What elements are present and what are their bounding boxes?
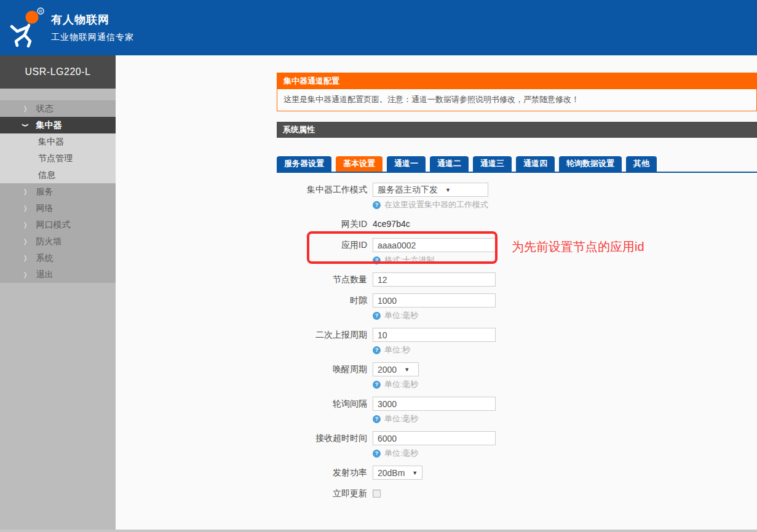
field-tx-power: 发射功率 20dBm ▼ — [277, 466, 757, 480]
field-second-report-period: 二次上报周期 单位:秒 — [277, 328, 757, 355]
chevron-right-icon: ❯ — [23, 188, 28, 195]
usr-logo-icon: R — [8, 7, 45, 48]
field-node-count: 节点数量 — [277, 272, 757, 287]
help-icon — [373, 312, 381, 320]
select-arrow-icon: ▼ — [445, 187, 451, 193]
time-slot-input[interactable] — [373, 293, 496, 308]
tab-other[interactable]: 其他 — [626, 156, 657, 172]
sidebar-item-exit[interactable]: ❯ 退出 — [0, 266, 116, 283]
top-header: R 有人物联网 工业物联网通信专家 — [0, 0, 757, 55]
red-annotation-text: 为先前设置节点的应用id — [512, 239, 644, 255]
tab-bar: 服务器设置 基本设置 通道一 通道二 通道三 通道四 轮询数据设置 其他 — [277, 156, 757, 173]
tab-polling-data-settings[interactable]: 轮询数据设置 — [559, 156, 622, 172]
main-content: 集中器通道配置 这里是集中器通道配置页面。注意：通道一数据请参照说明书修改，严禁… — [116, 55, 757, 530]
sidebar: USR-LG220-L ❯ 状态 ❯ 集中器 集中器 节点管理 信息 ❯ 服务 … — [0, 55, 116, 532]
chevron-right-icon: ❯ — [23, 255, 28, 261]
tab-channel-3[interactable]: 通道三 — [473, 156, 512, 172]
brand-slogan: 工业物联网通信专家 — [51, 32, 134, 43]
wakeup-period-select[interactable]: 2000 ▼ — [373, 362, 419, 376]
gateway-id-value: 4ce97b4c — [373, 217, 410, 231]
help-icon — [373, 450, 381, 458]
update-now-checkbox[interactable] — [373, 490, 381, 498]
sidebar-item-port-mode[interactable]: ❯ 网口模式 — [0, 216, 116, 233]
sidebar-menu: ❯ 状态 ❯ 集中器 集中器 节点管理 信息 ❯ 服务 ❯ 网络 ❯ 网口模式 … — [0, 100, 116, 283]
sidebar-item-network[interactable]: ❯ 网络 — [0, 200, 116, 216]
polling-interval-input[interactable] — [373, 397, 496, 411]
help-icon — [373, 381, 381, 389]
field-gateway-id: 网关ID 4ce97b4c — [277, 217, 757, 231]
receive-timeout-input[interactable] — [373, 431, 496, 445]
section-title: 系统属性 — [277, 122, 757, 138]
tab-channel-4[interactable]: 通道四 — [516, 156, 555, 172]
field-receive-timeout: 接收超时时间 单位:毫秒 — [277, 431, 757, 459]
sidebar-item-status[interactable]: ❯ 状态 — [0, 100, 116, 117]
notice-text: 这里是集中器通道配置页面。注意：通道一数据请参照说明书修改，严禁随意修改！ — [277, 89, 756, 111]
sidebar-item-system[interactable]: ❯ 系统 — [0, 250, 116, 266]
field-polling-interval: 轮询间隔 单位:毫秒 — [277, 397, 757, 424]
chevron-right-icon: ❯ — [23, 271, 28, 278]
page-bottom-strip — [0, 530, 757, 532]
field-app-id: 应用ID 格式:十六进制 为先前设置节点的应用id — [277, 238, 757, 266]
work-mode-select[interactable]: 服务器主动下发 ▼ — [373, 183, 488, 197]
sidebar-subitem-concentrator[interactable]: 集中器 — [0, 133, 116, 150]
field-time-slot: 时隙 单位:毫秒 — [277, 293, 757, 321]
chevron-right-icon: ❯ — [23, 238, 28, 245]
tab-basic-settings[interactable]: 基本设置 — [336, 156, 382, 172]
field-wakeup-period: 唤醒周期 2000 ▼ 单位:毫秒 — [277, 362, 757, 390]
sidebar-item-concentrator[interactable]: ❯ 集中器 — [0, 117, 116, 133]
select-arrow-icon: ▼ — [412, 470, 418, 476]
tx-power-select[interactable]: 20dBm ▼ — [373, 466, 422, 480]
sidebar-item-firewall[interactable]: ❯ 防火墙 — [0, 233, 116, 250]
chevron-right-icon: ❯ — [23, 205, 28, 212]
app-id-input[interactable] — [373, 238, 496, 252]
notice-box: 集中器通道配置 这里是集中器通道配置页面。注意：通道一数据请参照说明书修改，严禁… — [277, 73, 757, 111]
second-report-period-input[interactable] — [373, 328, 496, 342]
sidebar-subitem-info[interactable]: 信息 — [0, 167, 116, 183]
chevron-down-icon: ❯ — [22, 123, 29, 127]
svg-text:R: R — [39, 9, 42, 14]
node-count-input[interactable] — [373, 272, 496, 287]
select-arrow-icon: ▼ — [404, 367, 410, 373]
brand-name: 有人物联网 — [51, 12, 134, 27]
help-icon — [373, 201, 381, 209]
help-icon — [373, 346, 381, 354]
device-model-title: USR-LG220-L — [0, 55, 116, 89]
sidebar-subitem-node-management[interactable]: 节点管理 — [0, 150, 116, 167]
sidebar-item-service[interactable]: ❯ 服务 — [0, 183, 116, 200]
help-icon — [373, 256, 381, 264]
chevron-right-icon: ❯ — [23, 105, 28, 112]
field-update-now: 立即更新 — [277, 486, 757, 501]
settings-form: 集中器工作模式 服务器主动下发 ▼ 在这里设置集中器的工作模式 网关ID 4ce… — [277, 183, 757, 532]
tab-channel-2[interactable]: 通道二 — [430, 156, 469, 172]
tab-channel-1[interactable]: 通道一 — [387, 156, 426, 172]
chevron-right-icon: ❯ — [23, 221, 28, 228]
field-work-mode: 集中器工作模式 服务器主动下发 ▼ 在这里设置集中器的工作模式 — [277, 183, 757, 210]
tab-server-settings[interactable]: 服务器设置 — [277, 156, 331, 172]
help-icon — [373, 415, 381, 423]
page-title: 集中器通道配置 — [277, 73, 756, 89]
